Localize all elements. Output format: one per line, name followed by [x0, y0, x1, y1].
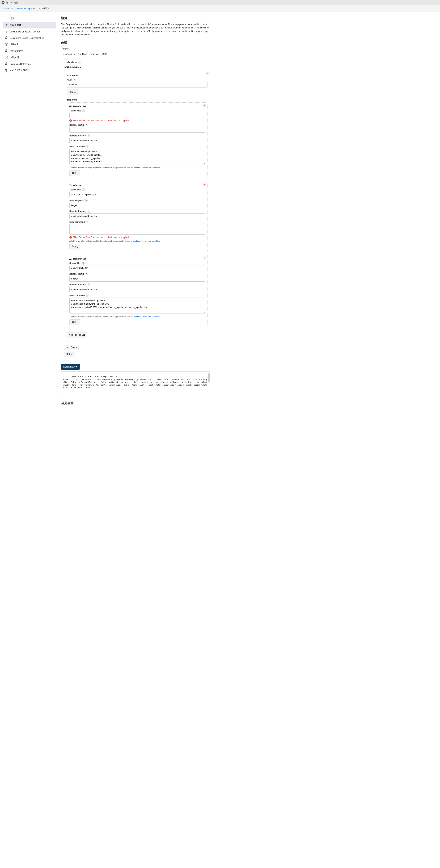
help-icon — [5, 36, 8, 39]
sidebar-item-label: 在线文档 — [10, 56, 19, 59]
remove-transfer-button[interactable]: ✕ — [203, 256, 206, 259]
exec-command-input[interactable] — [69, 224, 205, 235]
transfer-info: All of the transfer fields (except for E… — [69, 167, 205, 169]
remove-server-button[interactable]: ✕ — [206, 71, 209, 75]
transfer-info: All of the transfer fields (except for E… — [69, 316, 205, 318]
help-icon[interactable]: ? — [88, 210, 91, 213]
drag-handle-icon[interactable] — [69, 258, 71, 260]
breadcrumb: Dashboard › helloworld_pipeline › 流水线语法 — [0, 5, 440, 12]
ssh-server-label: SSH Server — [67, 74, 208, 77]
transfer-set: ✕ Transfer Set Source files? !Either Sou… — [67, 102, 208, 179]
server-name-select[interactable]: testserver — [67, 82, 208, 88]
sidebar-item-label: 全局变量参考 — [10, 49, 23, 53]
exec-command-label: Exec command — [69, 294, 85, 297]
sample-step-label: 示例步骤 — [61, 47, 210, 50]
remove-prefix-input[interactable] — [69, 127, 205, 133]
remove-prefix-input[interactable] — [69, 203, 205, 208]
remote-directory-label: Remote directory — [69, 283, 87, 286]
sidebar: 返回 片段生成器 Declarative Directive Generator… — [0, 12, 59, 412]
sidebar-item-intellij-gdsl[interactable]: IntelliJ IDEA GDSL — [3, 67, 56, 73]
sidebar-item-step-ref[interactable]: 步骤参考 — [3, 41, 56, 48]
help-icon — [5, 69, 8, 71]
step-name: sshPublisher — [64, 61, 77, 64]
remove-prefix-label: Remove prefix — [69, 124, 84, 126]
crumb-project[interactable]: helloworld_pipeline — [17, 7, 35, 10]
help-icon[interactable]: ? — [86, 145, 89, 148]
chevron-right-icon: › — [37, 7, 37, 10]
remote-directory-label: Remote directory — [69, 210, 87, 213]
help-icon[interactable]: ? — [74, 79, 76, 81]
add-transfer-set-button[interactable]: Add Transfer Set — [67, 332, 87, 338]
source-files-input[interactable] — [69, 192, 205, 197]
source-files-input[interactable] — [69, 113, 205, 118]
help-icon — [5, 62, 8, 65]
help-icon[interactable]: ? — [82, 262, 85, 265]
sidebar-item-global-var-ref[interactable]: 全局变量参考 — [3, 48, 56, 54]
sample-step-select[interactable]: sshPublisher: Send build artifacts over … — [61, 51, 210, 57]
help-icon[interactable]: ? — [82, 110, 85, 112]
env-vars-link[interactable]: Jenkins environment variables — [133, 167, 160, 169]
transfer-advanced-button[interactable]: 高级 — [69, 170, 80, 176]
remove-prefix-input[interactable] — [69, 276, 205, 282]
transfer-set: ✕ Transfer Set Source files? Remove pref… — [67, 182, 208, 252]
publisher-advanced-button[interactable]: 高级 — [64, 351, 75, 357]
transfers-title: Transfers — [67, 98, 208, 101]
remove-transfer-button[interactable]: ✕ — [203, 183, 206, 186]
help-icon[interactable]: ? — [85, 124, 88, 126]
help-icon[interactable]: ? — [85, 199, 88, 202]
exec-command-input[interactable]: cd /root/docker/helloworld_pipeline dock… — [69, 298, 205, 314]
sidebar-item-declarative-online-doc[interactable]: Declarative Online Documentation — [3, 35, 56, 41]
sidebar-item-declarative-directive[interactable]: Declarative Directive Generator — [3, 28, 56, 35]
sidebar-item-online-doc[interactable]: 在线文档 — [3, 54, 56, 61]
help-icon[interactable]: ? — [86, 294, 89, 297]
crumb-current: 流水线语法 — [39, 7, 49, 10]
env-vars-link[interactable]: Jenkins environment variables — [133, 316, 160, 318]
remote-directory-input[interactable] — [69, 138, 205, 144]
help-icon[interactable]: ? — [86, 221, 89, 223]
chevron-down-icon — [77, 245, 78, 248]
transfer-info: All of the transfer fields (except for E… — [69, 240, 205, 242]
window-title: 由 Xnip 截图 — [5, 1, 18, 4]
transfer-advanced-button[interactable]: 高级 — [69, 319, 80, 325]
sidebar-item-label: 步骤参考 — [10, 43, 19, 46]
add-server-button[interactable]: Add Server — [64, 345, 79, 350]
remove-prefix-label: Remove prefix — [69, 273, 84, 275]
error-message: !Either Source files, Exec command or bo… — [69, 236, 205, 239]
source-files-label: Source files — [69, 189, 81, 191]
source-files-input[interactable] — [69, 265, 205, 271]
name-label: Name — [67, 79, 72, 81]
sidebar-back[interactable]: 返回 — [3, 15, 56, 22]
transfer-advanced-button[interactable]: 高级 — [69, 244, 80, 249]
crumb-dashboard[interactable]: Dashboard — [3, 7, 13, 10]
remote-directory-input[interactable] — [69, 287, 205, 292]
chevron-down-icon — [72, 353, 73, 356]
exec-command-label: Exec command — [69, 221, 85, 223]
sidebar-item-label: IntelliJ IDEA GDSL — [10, 69, 29, 71]
help-icon[interactable]: ? — [82, 188, 85, 191]
window-titlebar: 由 Xnip 截图 — [0, 0, 440, 5]
help-icon[interactable]: ? — [88, 134, 91, 137]
help-icon[interactable]: ? — [85, 273, 88, 275]
sidebar-item-snippet-generator[interactable]: 片段生成器 — [3, 22, 56, 28]
remote-directory-input[interactable] — [69, 213, 205, 219]
sidebar-back-label: 返回 — [10, 17, 14, 20]
sidebar-item-examples-ref[interactable]: Examples Reference — [3, 61, 56, 67]
source-files-label: Source files — [69, 262, 81, 265]
remove-transfer-button[interactable]: ✕ — [203, 104, 206, 107]
exec-command-input[interactable]: rm -rf helloworld_pipeline.* docker stop… — [69, 149, 205, 165]
env-vars-link[interactable]: Jenkins environment variables — [133, 240, 160, 242]
error-icon: ! — [69, 236, 72, 239]
drag-handle-icon[interactable] — [69, 105, 71, 107]
help-icon[interactable]: ? — [88, 283, 91, 286]
remote-directory-label: Remote directory — [69, 134, 87, 137]
generated-script-output[interactable]: docker build -t helloworld_pipeline:1.0 … — [61, 371, 210, 396]
scrollbar-thumb[interactable] — [208, 373, 210, 382]
server-advanced-button[interactable]: 高级 — [67, 89, 78, 95]
help-icon[interactable]: ? — [78, 61, 81, 64]
generate-pipeline-script-button[interactable]: 生成流水线脚本 — [61, 364, 80, 370]
ssh-publishers-title: SSH Publishers — [64, 66, 210, 69]
chevron-right-icon: › — [15, 7, 15, 10]
chevron-down-icon — [74, 91, 75, 93]
source-files-label: Source files — [69, 110, 81, 112]
steps-title: 步骤 — [61, 41, 210, 45]
